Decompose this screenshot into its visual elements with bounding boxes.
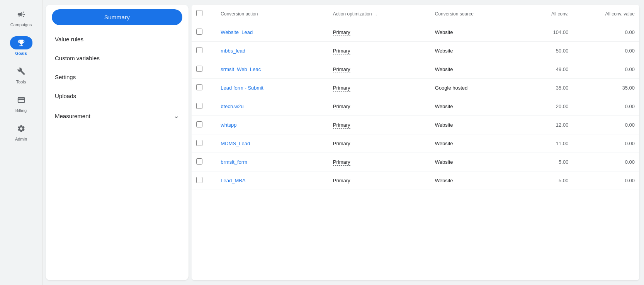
trophy-icon: [10, 36, 32, 49]
megaphone-icon: [10, 8, 32, 21]
all-conv-cell: 35.00: [517, 79, 573, 97]
table-row: Lead_MBA Primary Website 5.00 0.00: [192, 171, 639, 190]
source-cell: Website: [430, 42, 517, 60]
primary-badge: Primary: [333, 85, 350, 92]
optimization-cell: Primary: [328, 171, 430, 190]
all-conv-value-cell: 0.00: [573, 171, 639, 190]
gear-icon: [10, 122, 32, 135]
primary-badge: Primary: [333, 29, 350, 36]
optimization-cell: Primary: [328, 60, 430, 79]
header-all-conv: All conv.: [517, 5, 573, 23]
conversion-action-cell: whtspp: [216, 116, 328, 134]
primary-badge: Primary: [333, 122, 350, 129]
source-cell: Website: [430, 134, 517, 153]
row-checkbox-cell: [192, 79, 216, 97]
row-checkbox-7[interactable]: [196, 158, 202, 165]
sidebar-label-campaigns: Campaigns: [10, 22, 32, 27]
conversion-action-cell: Lead_MBA: [216, 171, 328, 190]
row-checkbox-cell: [192, 153, 216, 171]
select-all-checkbox[interactable]: [196, 10, 202, 16]
row-checkbox-6[interactable]: [196, 140, 202, 146]
sidebar-label-billing: Billing: [15, 108, 27, 113]
header-conversion-action: Conversion action: [216, 5, 328, 23]
chevron-down-icon: ⌄: [173, 112, 179, 120]
conversion-action-link[interactable]: Website_Lead: [221, 29, 253, 35]
all-conv-cell: 20.00: [517, 97, 573, 116]
primary-badge: Primary: [333, 159, 350, 166]
conversion-action-cell: brmsit_form: [216, 153, 328, 171]
row-checkbox-cell: [192, 23, 216, 42]
conversion-action-cell: Website_Lead: [216, 23, 328, 42]
summary-button[interactable]: Summary: [52, 9, 182, 25]
table-row: mbbs_lead Primary Website 50.00 0.00: [192, 42, 639, 60]
table-row: brmsit_form Primary Website 5.00 0.00: [192, 153, 639, 171]
row-checkbox-8[interactable]: [196, 177, 202, 183]
row-checkbox-3[interactable]: [196, 84, 202, 90]
all-conv-value-cell: 0.00: [573, 116, 639, 134]
source-cell: Website: [430, 23, 517, 42]
conversion-action-link[interactable]: mbbs_lead: [221, 48, 245, 54]
conversion-action-cell: Lead form - Submit: [216, 79, 328, 97]
conversion-action-link[interactable]: Lead_MBA: [221, 178, 245, 183]
wrench-icon: [10, 65, 32, 78]
row-checkbox-0[interactable]: [196, 29, 202, 35]
conversion-action-cell: MDMS_Lead: [216, 134, 328, 153]
sidebar-label-goals: Goals: [15, 51, 27, 56]
sidebar-label-tools: Tools: [16, 80, 26, 84]
optimization-cell: Primary: [328, 97, 430, 116]
sidebar-item-campaigns[interactable]: Campaigns: [4, 4, 39, 31]
menu-item-custom-variables[interactable]: Custom variables: [46, 49, 189, 68]
all-conv-cell: 11.00: [517, 134, 573, 153]
menu-item-value-rules[interactable]: Value rules: [46, 30, 189, 49]
all-conv-value-cell: 0.00: [573, 60, 639, 79]
table-row: whtspp Primary Website 12.00 0.00: [192, 116, 639, 134]
measurement-label: Measurement: [55, 113, 90, 119]
all-conv-cell: 5.00: [517, 153, 573, 171]
conversion-action-link[interactable]: whtspp: [221, 122, 236, 128]
conversion-table-container: Conversion action Action optimization ↓ …: [192, 5, 639, 280]
conversion-action-cell: srmsit_Web_Leac: [216, 60, 328, 79]
sidebar-item-tools[interactable]: Tools: [4, 61, 39, 88]
menu-item-uploads[interactable]: Uploads: [46, 87, 189, 105]
all-conv-cell: 104.00: [517, 23, 573, 42]
conversion-action-link[interactable]: btech.w2u: [221, 103, 243, 109]
header-conversion-source: Conversion source: [430, 5, 517, 23]
table-row: Website_Lead Primary Website 104.00 0.00: [192, 23, 639, 42]
sidebar-label-admin: Admin: [15, 137, 27, 141]
all-conv-value-cell: 0.00: [573, 153, 639, 171]
primary-badge: Primary: [333, 103, 350, 110]
conversion-table: Conversion action Action optimization ↓ …: [192, 5, 639, 190]
measurement-section[interactable]: Measurement ⌄: [46, 105, 189, 126]
source-cell: Website: [430, 60, 517, 79]
row-checkbox-4[interactable]: [196, 103, 202, 109]
conversion-action-link[interactable]: Lead form - Submit: [221, 85, 263, 91]
optimization-cell: Primary: [328, 79, 430, 97]
table-row: btech.w2u Primary Website 20.00 0.00: [192, 97, 639, 116]
all-conv-value-cell: 35.00: [573, 79, 639, 97]
row-checkbox-cell: [192, 171, 216, 190]
left-panel: Summary Value rules Custom variables Set…: [46, 5, 189, 280]
conversion-action-link[interactable]: srmsit_Web_Leac: [221, 66, 261, 72]
menu-item-settings[interactable]: Settings: [46, 68, 189, 87]
optimization-cell: Primary: [328, 116, 430, 134]
conversion-action-link[interactable]: MDMS_Lead: [221, 141, 250, 146]
sidebar-item-goals[interactable]: Goals: [4, 32, 39, 59]
sidebar-item-admin[interactable]: Admin: [4, 118, 39, 145]
primary-badge: Primary: [333, 141, 350, 147]
header-action-optimization[interactable]: Action optimization ↓: [328, 5, 430, 23]
row-checkbox-cell: [192, 116, 216, 134]
all-conv-value-cell: 0.00: [573, 97, 639, 116]
row-checkbox-5[interactable]: [196, 121, 202, 127]
primary-badge: Primary: [333, 66, 350, 73]
conversion-action-link[interactable]: brmsit_form: [221, 159, 247, 165]
row-checkbox-cell: [192, 97, 216, 116]
all-conv-cell: 5.00: [517, 171, 573, 190]
sidebar-item-billing[interactable]: Billing: [4, 90, 39, 117]
source-cell: Website: [430, 153, 517, 171]
sort-down-icon: ↓: [375, 11, 377, 17]
row-checkbox-2[interactable]: [196, 66, 202, 72]
all-conv-value-cell: 0.00: [573, 42, 639, 60]
row-checkbox-1[interactable]: [196, 47, 202, 53]
header-all-conv-value: All conv. value: [573, 5, 639, 23]
conversion-action-cell: btech.w2u: [216, 97, 328, 116]
